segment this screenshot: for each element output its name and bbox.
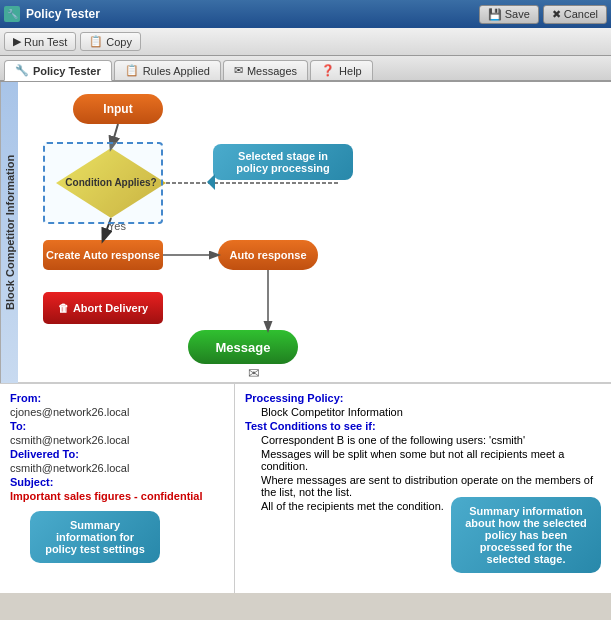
from-label: From: (10, 392, 41, 404)
flow-container: Input Condition Applies? Yes Create Auto… (18, 82, 611, 382)
main-content: Block Competitor Information Input Condi… (0, 82, 611, 383)
tab-rules-icon: 📋 (125, 64, 139, 77)
tab-messages[interactable]: ✉ Messages (223, 60, 308, 80)
tab-help-icon: ❓ (321, 64, 335, 77)
cancel-button[interactable]: ✖ Cancel (543, 5, 607, 24)
from-value: cjones@network26.local (10, 406, 129, 418)
tab-policy-tester[interactable]: 🔧 Policy Tester (4, 60, 112, 81)
callout-summary-left: Summary information for policy test sett… (30, 511, 160, 563)
bottom-section: From: cjones@network26.local To: csmith@… (0, 383, 611, 593)
subject-row: Subject: (10, 476, 224, 488)
to-row: To: (10, 420, 224, 432)
cancel-icon: ✖ (552, 8, 561, 21)
diagram-area: Input Condition Applies? Yes Create Auto… (18, 82, 611, 383)
processing-policy-label-row: Processing Policy: (245, 392, 601, 404)
tab-messages-icon: ✉ (234, 64, 243, 77)
shape-auto-response[interactable]: Auto response (218, 240, 318, 270)
condition-2: Messages will be split when some but not… (261, 448, 601, 472)
save-icon: 💾 (488, 8, 502, 21)
delivered-to-value: csmith@network26.local (10, 462, 129, 474)
subject-value: Important sales figures - confidential (10, 490, 203, 502)
tab-policy-icon: 🔧 (15, 64, 29, 77)
from-value-row: cjones@network26.local (10, 406, 224, 418)
delivered-to-label: Delivered To: (10, 448, 79, 460)
yes-label: Yes (108, 220, 126, 232)
callout-summary-right: Summary information about how the select… (451, 497, 601, 573)
shape-condition-text: Condition Applies? (56, 148, 166, 218)
delivered-to-row: Delivered To: (10, 448, 224, 460)
run-test-icon: ▶ (13, 35, 21, 48)
callout-stage-bubble: Selected stage in policy processing (213, 144, 353, 180)
processing-policy-label: Processing Policy: (245, 392, 343, 404)
shape-create-auto-response[interactable]: Create Auto response (43, 240, 163, 270)
test-conditions-label: Test Conditions to see if: (245, 420, 376, 432)
window-title: Policy Tester (26, 7, 100, 21)
processing-policy-value-row: Block Competitor Information (245, 406, 601, 418)
run-test-button[interactable]: ▶ Run Test (4, 32, 76, 51)
shape-message[interactable]: Message (188, 330, 298, 364)
tab-rules-applied[interactable]: 📋 Rules Applied (114, 60, 221, 80)
to-value: csmith@network26.local (10, 434, 129, 446)
abort-icon: 🗑 (58, 302, 69, 314)
title-bar: 🔧 Policy Tester 💾 Save ✖ Cancel (0, 0, 611, 28)
copy-button[interactable]: 📋 Copy (80, 32, 141, 51)
subject-label: Subject: (10, 476, 53, 488)
shape-abort-delivery[interactable]: 🗑 Abort Delivery (43, 292, 163, 324)
sidebar-label: Block Competitor Information (0, 82, 18, 383)
tab-bar: 🔧 Policy Tester 📋 Rules Applied ✉ Messag… (0, 56, 611, 82)
bottom-right-panel: Processing Policy: Block Competitor Info… (235, 384, 611, 593)
toolbar: ▶ Run Test 📋 Copy (0, 28, 611, 56)
shape-input[interactable]: Input (73, 94, 163, 124)
svg-line-0 (111, 124, 118, 148)
save-button[interactable]: 💾 Save (479, 5, 539, 24)
envelope-icon: ✉ (248, 365, 260, 381)
condition-1: Correspondent B is one of the following … (261, 434, 601, 446)
bottom-left-panel: From: cjones@network26.local To: csmith@… (0, 384, 235, 593)
to-label: To: (10, 420, 26, 432)
condition-3: Where messages are sent to distribution … (261, 474, 601, 498)
title-buttons: 💾 Save ✖ Cancel (479, 5, 607, 24)
from-row: From: (10, 392, 224, 404)
flow-arrows (18, 82, 611, 382)
copy-icon: 📋 (89, 35, 103, 48)
to-value-row: csmith@network26.local (10, 434, 224, 446)
app-icon: 🔧 (4, 6, 20, 22)
tab-help[interactable]: ❓ Help (310, 60, 373, 80)
delivered-to-value-row: csmith@network26.local (10, 462, 224, 474)
test-conditions-label-row: Test Conditions to see if: (245, 420, 601, 432)
subject-value-row: Important sales figures - confidential (10, 490, 224, 502)
processing-policy-value: Block Competitor Information (261, 406, 403, 418)
